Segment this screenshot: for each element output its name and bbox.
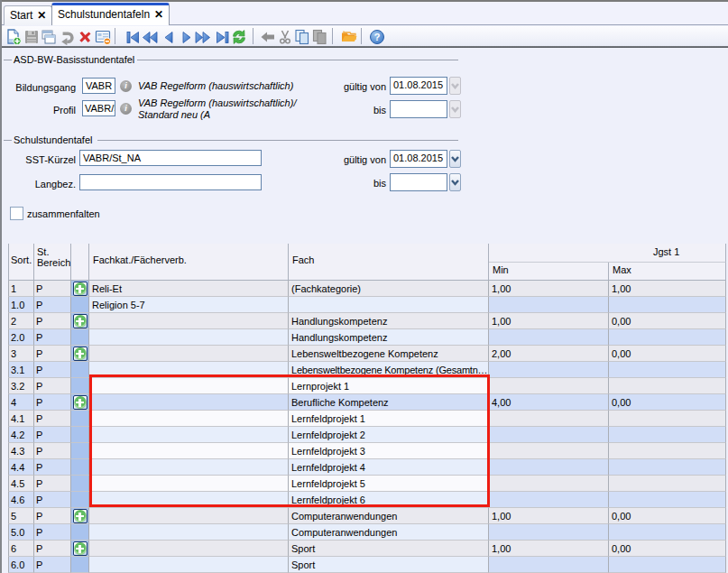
svg-text:?: ? — [374, 32, 381, 42]
